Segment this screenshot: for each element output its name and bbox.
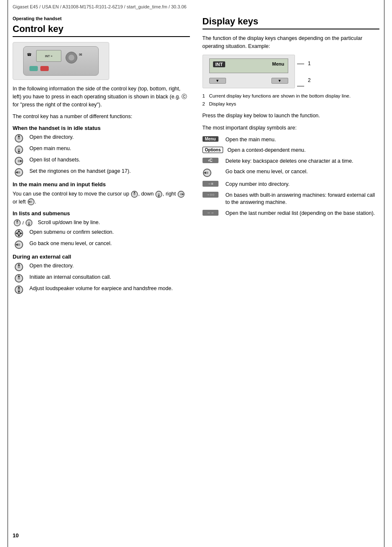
symbol-redial: →→ Open the last number redial list (dep… <box>203 210 380 217</box>
svg-point-29 <box>28 222 30 224</box>
lists-text-2: Go back one menu level, or cancel. <box>29 240 190 248</box>
copy-badge: →≡ <box>203 181 218 187</box>
lists-heading: In lists and submenus <box>13 210 190 217</box>
press-text: Press the display key below to launch th… <box>203 112 380 120</box>
ctrl-icon-lists-1 <box>13 229 25 238</box>
svg-point-41 <box>18 266 20 268</box>
symbol-answer-text: On bases with built-in answering machine… <box>226 192 380 206</box>
svg-point-48 <box>18 288 20 291</box>
device-nav <box>66 52 77 63</box>
ctrl-icon-pair: / <box>13 219 34 227</box>
ctrl-icon-2 <box>13 156 25 166</box>
device-icon-mail: ✉ <box>79 53 82 57</box>
ctrl-icon-lists-2 <box>13 240 25 249</box>
symbol-menu-text: Open the main menu. <box>226 136 380 144</box>
lists-item-1: Open submenu or confirm selection. <box>13 229 190 238</box>
device-icon-phone: ☎ <box>27 53 32 57</box>
note-text-2: Display keys <box>209 100 237 108</box>
badge-options: Options <box>203 147 224 153</box>
idle-text-2: Open list of handsets. <box>29 156 190 164</box>
display-keys-intro: The function of the display keys changes… <box>203 34 380 50</box>
ctrl-icon-ext-2 <box>13 285 25 294</box>
idle-item-2: Open list of handsets. <box>13 156 190 166</box>
badge-backspace: ‹C <box>203 158 221 163</box>
svg-point-2 <box>18 137 20 140</box>
device-nav-inner <box>68 55 74 61</box>
symbol-options-text: Open a context-dependent menu. <box>227 147 379 154</box>
indicator-2: 2 <box>308 77 311 83</box>
device-btn-green <box>29 66 38 71</box>
idle-text-3: Set the ringtones on the handset (page 1… <box>29 168 190 175</box>
functions-text: The control key has a number of differen… <box>13 113 190 121</box>
main-menu-heading: In the main menu and in input fields <box>13 181 190 188</box>
symbol-copy-text: Copy number into directory. <box>226 181 380 188</box>
ctrl-icon-0 <box>13 134 25 143</box>
ext-item-0: Open the directory. <box>13 262 190 272</box>
device-btn-red <box>40 66 49 71</box>
note-num-1: 1 <box>203 92 208 100</box>
note-num-2: 2 <box>203 100 208 108</box>
symbol-ctrl: Go back one menu level, or cancel. <box>203 168 380 177</box>
options-badge: Options <box>203 147 224 153</box>
ext-text-1: Initiate an internal consultation call. <box>29 274 190 281</box>
ctrl-icon-ext-1 <box>13 274 25 283</box>
external-call-heading: During an external call <box>13 254 190 260</box>
left-column: Operating the handset Control key INT ≡ … <box>13 16 190 296</box>
menu-label: Menu <box>272 61 284 66</box>
badge-copy: →≡ <box>203 181 221 187</box>
ext-text-0: Open the directory. <box>29 262 190 270</box>
handset-image: INT ≡ ☎ ✉ <box>13 42 109 80</box>
numbered-notes: 1 Current display key functions are show… <box>203 92 380 108</box>
svg-point-38 <box>18 243 20 246</box>
svg-point-11 <box>18 171 20 174</box>
svg-point-5 <box>18 148 20 151</box>
device-int-label: INT ≡ <box>45 55 52 58</box>
svg-point-17 <box>158 193 160 195</box>
svg-point-35 <box>18 232 20 235</box>
ctrl-icon-3 <box>13 168 25 177</box>
symbol-backspace: ‹C Delete key: backspace deletes one cha… <box>203 158 380 165</box>
device-body: INT ≡ ☎ ✉ <box>23 46 99 76</box>
idle-text-1: Open main menu. <box>29 145 190 153</box>
display-key-image: INT Menu ▼ ▼ <box>203 55 295 88</box>
display-key-image-container: INT Menu ▼ ▼ 1 2 <box>203 55 303 88</box>
idle-item-0: Open the directory. <box>13 134 190 143</box>
ctrl-icon-1 <box>13 145 25 154</box>
display-screen: INT Menu <box>209 58 288 73</box>
symbol-ctrl-text: Go back one menu level, or cancel. <box>226 168 380 176</box>
symbol-menu: Menu Open the main menu. <box>203 136 380 144</box>
intro-text: In the following information the side of… <box>13 85 190 108</box>
symbol-copy: →≡ Copy number into directory. <box>203 181 380 188</box>
badge-ctrl <box>203 168 221 177</box>
lists-text-0: Scroll up/down line by line. <box>38 219 190 227</box>
note-text-1: Current display key functions are shown … <box>209 92 351 100</box>
display-key-btns: ▼ ▼ <box>209 78 288 84</box>
ctrl-icon-ext-0 <box>13 262 25 272</box>
symbol-options: Options Open a context-dependent menu. <box>203 147 380 154</box>
note-2: 2 Display keys <box>203 100 380 108</box>
badge-answer: →○○ <box>203 192 221 198</box>
badge-menu: Menu <box>203 136 221 142</box>
display-keys-title: Display keys <box>203 16 380 29</box>
redial-badge: →→ <box>203 210 218 216</box>
svg-point-14 <box>133 193 135 195</box>
page-border-left <box>8 0 8 547</box>
svg-point-8 <box>18 160 20 162</box>
section-label: Operating the handset <box>13 16 190 21</box>
header-text: Gigaset E45 / USA EN / A31008-M1751-R101… <box>13 4 187 9</box>
answer-badge: →○○ <box>203 192 218 198</box>
ext-text-2: Adjust loudspeaker volume for earpiece a… <box>29 285 190 293</box>
display-btn-left: ▼ <box>209 78 226 84</box>
ext-item-1: Initiate an internal consultation call. <box>13 274 190 283</box>
lists-text-1: Open submenu or confirm selection. <box>29 229 190 236</box>
lists-item-0: / Scroll up/down line by line. <box>13 219 190 227</box>
menu-badge: Menu <box>203 136 218 142</box>
display-btn-right: ▼ <box>271 78 288 84</box>
svg-point-26 <box>16 222 18 224</box>
page-content: Operating the handset Control key INT ≡ … <box>0 16 392 296</box>
svg-point-53 <box>206 172 208 174</box>
ext-item-2: Adjust loudspeaker volume for earpiece a… <box>13 285 190 294</box>
idle-heading: When the handset is in idle status <box>13 125 190 131</box>
page-header: Gigaset E45 / USA EN / A31008-M1751-R101… <box>0 0 392 12</box>
idle-item-3: Set the ringtones on the handset (page 1… <box>13 168 190 177</box>
